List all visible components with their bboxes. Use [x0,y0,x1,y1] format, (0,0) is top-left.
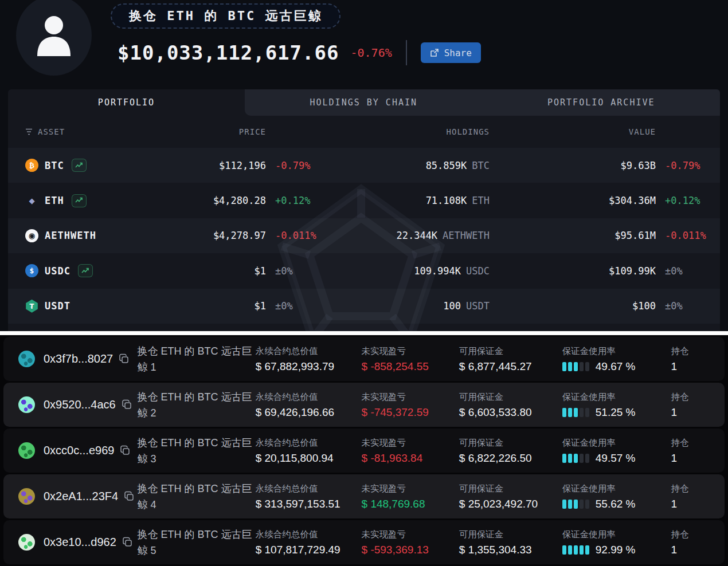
margin-usage-meter [562,454,589,463]
available-margin-label: 可用保证金 [459,345,562,357]
perp-total-label: 永续合约总价值 [256,529,362,541]
asset-price: $112,196 [151,160,266,171]
copy-icon[interactable] [122,537,133,548]
column-header-holdings[interactable]: HOLDINGS [320,127,490,136]
filter-icon[interactable] [25,128,33,135]
asset-value-change: ±0% [656,300,720,312]
asset-value: $100 [490,300,656,312]
margin-usage-percent: 49.67 % [596,360,636,373]
account-row[interactable]: 0x3f7b...8027 换仓 ETH 的 BTC 远古巨鲸 1 永续合约总价… [3,337,725,381]
copy-icon[interactable] [120,445,131,456]
column-header-asset[interactable]: ASSET [38,127,65,136]
account-name: 换仓 ETH 的 BTC 远古巨鲸 5 [137,526,255,559]
wallet-address[interactable]: 0xcc0c...e969 [44,444,114,457]
positions-count: 1 [671,544,702,556]
wallet-address[interactable]: 0x3f7b...8027 [44,352,113,365]
asset-price-change: ±0% [266,265,320,277]
perp-total-value: $ 69,426,196.66 [256,406,362,419]
holdings-symbol: USDC [466,265,490,277]
account-row[interactable]: 0x2eA1...23F4 换仓 ETH 的 BTC 远古巨鲸 4 永续合约总价… [3,474,725,518]
asset-table-row[interactable]: ◆ ETH $4,280.28 +0.12% 71.108KETH $304.3… [8,183,720,218]
trend-up-icon [75,162,83,169]
chart-button[interactable] [78,264,93,277]
wallet-avatar [18,488,35,505]
asset-table-row[interactable]: ◉ AETHWETH $4,278.97 -0.011% 22.344KAETH… [8,218,720,253]
available-margin-value: $ 6,603,533.80 [459,406,562,419]
positions-label: 持仓 [671,345,702,357]
unrealized-pnl-value: $ -593,369.13 [362,544,459,556]
aethweth-coin-icon: ◉ [25,229,38,242]
holdings-amount: 71.108K [426,195,467,206]
asset-value-change: -0.011% [656,230,720,241]
margin-usage-percent: 55.62 % [596,498,636,510]
copy-icon[interactable] [124,491,135,502]
wallet-address[interactable]: 0x9520...4ac6 [44,398,116,411]
unrealized-pnl-value: $ -858,254.55 [362,360,459,373]
usdt-coin-icon: ₮ [25,300,38,313]
asset-table-body: ₿ BTC $112,196 -0.79% 85.859KBTC $9.63B … [8,148,720,324]
tab-bar: PORTFOLIO HOLDINGS BY CHAIN PORTFOLIO AR… [8,89,720,116]
asset-price-change: -0.79% [266,160,320,171]
asset-table-header: ASSET PRICE HOLDINGS VALUE [8,116,720,148]
margin-usage-percent: 51.25 % [596,406,636,419]
wallet-avatar [18,351,35,367]
positions-label: 持仓 [671,529,702,541]
asset-price-change: -0.011% [266,230,320,241]
account-name: 换仓 ETH 的 BTC 远古巨鲸 3 [137,435,255,467]
account-name: 换仓 ETH 的 BTC 远古巨鲸 4 [137,481,255,513]
share-button[interactable]: Share [421,42,481,63]
unrealized-pnl-value: $ -745,372.59 [362,406,459,419]
chart-button[interactable] [72,194,87,207]
holdings-symbol: BTC [472,160,490,171]
wallet-address[interactable]: 0x3e10...d962 [44,536,116,549]
total-portfolio-value: $10,033,112,617.66 [118,41,339,64]
holdings-amount: 109.994K [414,265,461,277]
account-row[interactable]: 0x9520...4ac6 换仓 ETH 的 BTC 远古巨鲸 2 永续合约总价… [3,383,725,427]
margin-usage-meter [562,362,589,371]
account-row[interactable]: 0xcc0c...e969 换仓 ETH 的 BTC 远古巨鲸 3 永续合约总价… [3,429,725,473]
asset-table-row[interactable]: ₮ USDT $1 ±0% 100USDT $100 ±0% [8,289,720,324]
trend-up-icon [81,268,89,274]
header: 换仓 ETH 的 BTC 远古巨鲸 $10,033,112,617.66 -0.… [0,0,728,86]
margin-usage-meter [562,408,589,417]
column-header-value[interactable]: VALUE [490,127,656,136]
chart-button[interactable] [72,159,87,172]
tab-holdings-by-chain[interactable]: HOLDINGS BY CHAIN [245,89,483,116]
copy-icon[interactable] [119,353,130,364]
copy-icon[interactable] [122,399,132,410]
asset-table-row[interactable]: ₿ BTC $112,196 -0.79% 85.859KBTC $9.63B … [8,148,720,183]
holdings-amount: 100 [443,300,461,312]
eth-coin-icon: ◆ [25,194,38,207]
asset-symbol: AETHWETH [45,230,96,241]
column-header-price[interactable]: PRICE [151,127,266,136]
positions-count: 1 [671,360,702,373]
perp-total-label: 永续合约总价值 [256,345,362,357]
wallet-avatar [18,534,35,551]
asset-price-change: ±0% [266,300,320,312]
margin-usage-label: 保证金使用率 [562,345,671,357]
account-name: 换仓 ETH 的 BTC 远古巨鲸 2 [137,389,255,421]
available-margin-label: 可用保证金 [459,437,562,449]
inactive-tabs-strip: HOLDINGS BY CHAIN PORTFOLIO ARCHIVE [245,89,720,116]
person-icon [32,11,76,60]
asset-value: $304.36M [490,195,656,206]
perp-total-value: $ 313,597,153.51 [256,498,362,510]
available-margin-value: $ 1,355,304.33 [459,544,562,556]
tab-portfolio[interactable]: PORTFOLIO [8,89,245,116]
asset-table-row[interactable]: $ USDC $1 ±0% 109.994KUSDC $109.99K ±0% [8,253,720,288]
wallet-avatar [18,396,35,413]
tab-portfolio-archive[interactable]: PORTFOLIO ARCHIVE [483,89,721,116]
available-margin-value: $ 6,877,445.27 [459,360,562,373]
asset-price: $1 [151,265,266,277]
account-row[interactable]: 0x3e10...d962 换仓 ETH 的 BTC 远古巨鲸 5 永续合约总价… [3,520,725,564]
available-margin-label: 可用保证金 [459,483,562,495]
asset-symbol: USDC [45,265,71,277]
avatar [16,0,92,76]
unrealized-pnl-label: 未实现盈亏 [362,437,459,449]
share-icon [430,48,439,57]
total-change-percent: -0.76% [350,46,392,60]
trend-up-icon [75,197,83,204]
wallet-address[interactable]: 0x2eA1...23F4 [44,490,118,503]
unrealized-pnl-label: 未实现盈亏 [362,345,459,357]
asset-price: $4,280.28 [151,195,266,206]
